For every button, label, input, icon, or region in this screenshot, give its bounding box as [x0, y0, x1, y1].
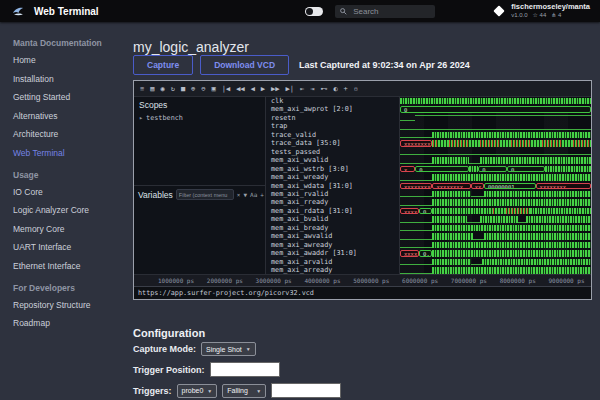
- wave-segment: x: [400, 166, 415, 172]
- filter-type-icon[interactable]: ▼: [243, 190, 247, 199]
- zoom-out-icon[interactable]: ⊖: [201, 82, 205, 96]
- signal-name[interactable]: clk: [266, 97, 399, 105]
- waveform-row[interactable]: [400, 198, 591, 206]
- next-edge-icon[interactable]: ⇥: [310, 82, 314, 96]
- sidebar-item-io-core[interactable]: IO Core: [13, 187, 130, 197]
- open-file-icon[interactable]: ▤: [150, 82, 154, 96]
- theme-toggle[interactable]: [305, 7, 323, 16]
- search-box[interactable]: [335, 5, 435, 18]
- capture-mode-select[interactable]: Single Shot▼: [201, 342, 256, 356]
- zoom-fit-icon[interactable]: ▣: [212, 82, 216, 96]
- trigger-edge-select[interactable]: Falling▼: [222, 384, 266, 398]
- trigger-position-input[interactable]: [210, 362, 280, 377]
- waveform-row[interactable]: [400, 232, 591, 240]
- reload-icon[interactable]: ↻: [171, 82, 175, 96]
- signal-name[interactable]: trace_data [35:0]: [266, 139, 399, 147]
- wave-segment: [492, 208, 530, 214]
- add-icon[interactable]: +: [344, 82, 348, 96]
- signal-name[interactable]: mem_axi_arvalid: [266, 258, 399, 266]
- signal-name[interactable]: mem_axi_awvalid: [266, 232, 399, 240]
- theme-icon[interactable]: ◐: [333, 82, 337, 96]
- go-to-end-icon[interactable]: ▶|: [286, 82, 294, 96]
- signal-name[interactable]: mem_axi_bvalid: [266, 215, 399, 223]
- signal-name[interactable]: mem_axi_awready: [266, 241, 399, 249]
- signal-name[interactable]: mem_axi_wdata [31:0]: [266, 182, 399, 190]
- waveform-row[interactable]: x000: [400, 165, 591, 173]
- timeline[interactable]: 1000000 ps2000000 ps3000000 ps4000000 ps…: [134, 274, 591, 286]
- sidebar-item-installation[interactable]: Installation: [13, 74, 130, 84]
- capture-button[interactable]: Capture: [133, 55, 193, 75]
- top-app-bar: Web Terminal fischermoseley/manta v1.0.0…: [0, 0, 600, 22]
- trigger-probe-select[interactable]: probe0▼: [177, 384, 218, 398]
- signal-name[interactable]: mem_axi_arready: [266, 266, 399, 274]
- waveform-row[interactable]: [400, 156, 591, 164]
- sidebar-item-architecture[interactable]: Architecture: [13, 129, 130, 139]
- waveform-row[interactable]: [400, 190, 591, 198]
- wave-segment: [432, 157, 468, 163]
- waveform-row[interactable]: [400, 241, 591, 249]
- sidebar-item-repository-structure[interactable]: Repository Structure: [13, 300, 130, 310]
- settings-icon[interactable]: ▫: [354, 82, 358, 96]
- manta-logo-icon[interactable]: [10, 3, 26, 19]
- zoom-in-icon[interactable]: ⊕: [191, 82, 195, 96]
- sidebar-item-home[interactable]: Home: [13, 55, 130, 65]
- signal-name[interactable]: mem_axi_rdata [31:0]: [266, 207, 399, 215]
- signal-name[interactable]: mem_axi_awaddr [31:0]: [266, 249, 399, 257]
- waveform-row[interactable]: [400, 122, 591, 130]
- signal-name[interactable]: resetn: [266, 114, 399, 122]
- signal-name[interactable]: tests_passed: [266, 148, 399, 156]
- signal-name[interactable]: mem_axi_wvalid: [266, 156, 399, 164]
- prev-edge-icon[interactable]: ⇤: [300, 82, 304, 96]
- cursor-icon[interactable]: ⊷: [320, 82, 327, 96]
- fast-backward-icon[interactable]: ◀◀: [236, 82, 244, 96]
- waveform-canvas[interactable]: 0xxxxxxxx...x000xxxxxxxxxxxxxxxxxx...000…: [400, 97, 591, 274]
- stop-icon[interactable]: ■: [181, 82, 185, 96]
- trigger-value-input[interactable]: [271, 383, 341, 398]
- waveform-row[interactable]: [400, 266, 591, 274]
- waveform-row[interactable]: xxxx...0...: [400, 207, 591, 215]
- case-sensitive-icon[interactable]: Aa: [250, 190, 257, 199]
- signal-name[interactable]: mem_axi_rready: [266, 198, 399, 206]
- sidebar-item-roadmap[interactable]: Roadmap: [13, 318, 130, 328]
- scope-item-testbench[interactable]: ▸testbench: [139, 114, 260, 122]
- waveform-row[interactable]: xxxxxxxx...: [400, 139, 591, 147]
- clear-filter-icon[interactable]: ×: [237, 190, 241, 199]
- waveform-row[interactable]: [400, 258, 591, 266]
- add-variable-icon[interactable]: +: [260, 190, 264, 199]
- variable-filter-input[interactable]: [176, 189, 234, 200]
- waveform-row[interactable]: xxxx...0...: [400, 249, 591, 257]
- waveform-row[interactable]: [400, 148, 591, 156]
- menu-icon[interactable]: ≡: [140, 82, 144, 96]
- waveform-row[interactable]: [400, 215, 591, 223]
- signal-name[interactable]: mem_axi_rvalid: [266, 190, 399, 198]
- step-backward-icon[interactable]: ◀: [251, 82, 255, 96]
- signal-name[interactable]: trap: [266, 122, 399, 130]
- go-to-start-icon[interactable]: |◀: [222, 82, 230, 96]
- fast-forward-icon[interactable]: ▶▶: [271, 82, 279, 96]
- signal-name[interactable]: mem_axi_wready: [266, 173, 399, 181]
- waveform-row[interactable]: [400, 173, 591, 181]
- step-forward-icon[interactable]: ▶: [261, 82, 265, 96]
- open-url-icon[interactable]: ◉: [160, 82, 164, 96]
- signal-name[interactable]: mem_axi_bready: [266, 224, 399, 232]
- signal-name[interactable]: trace_valid: [266, 131, 399, 139]
- waveform-row[interactable]: [400, 131, 591, 139]
- waveform-row[interactable]: [400, 224, 591, 232]
- waveform-row[interactable]: [400, 114, 591, 122]
- waveform-row[interactable]: [400, 97, 591, 105]
- sidebar-item-ethernet-interface[interactable]: Ethernet Interface: [13, 261, 130, 271]
- search-input[interactable]: [351, 6, 425, 17]
- sidebar-item-uart-interface[interactable]: UART Interface: [13, 242, 130, 252]
- signal-name[interactable]: mem_axi_awprot [2:0]: [266, 105, 399, 113]
- waveform-row[interactable]: 0: [400, 105, 591, 113]
- sidebar-item-logic-analyzer-core[interactable]: Logic Analyzer Core: [13, 205, 130, 215]
- repo-link[interactable]: fischermoseley/manta v1.0.0 ☆ 44 ⋔ 4: [495, 3, 590, 19]
- sidebar-item-getting-started[interactable]: Getting Started: [13, 92, 130, 102]
- waveform-row[interactable]: xxxxxxxxxxxxxxxxxx...00000001xxxxxxxx: [400, 182, 591, 190]
- sidebar-item-alternatives[interactable]: Alternatives: [13, 111, 130, 121]
- download-vcd-button[interactable]: Download VCD: [200, 55, 289, 75]
- sidebar-item-web-terminal[interactable]: Web Terminal: [13, 148, 130, 158]
- signal-name[interactable]: mem_axi_wstrb [3:0]: [266, 165, 399, 173]
- sidebar-item-memory-core[interactable]: Memory Core: [13, 224, 130, 234]
- trigger-position-label: Trigger Position:: [133, 365, 205, 375]
